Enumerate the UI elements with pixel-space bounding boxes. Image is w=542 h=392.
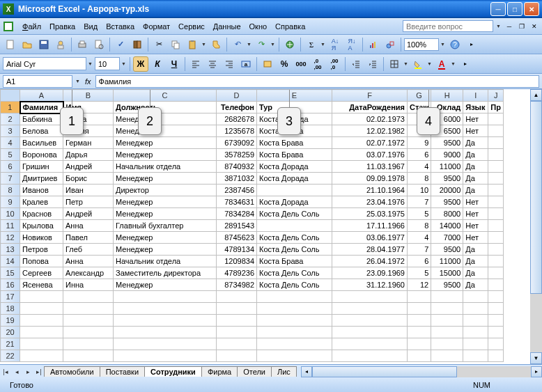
cell-E20[interactable] <box>257 327 332 338</box>
scroll-down-button[interactable]: ▼ <box>530 352 542 364</box>
cell-D5[interactable]: 3578259 <box>217 149 257 161</box>
cell-I15[interactable]: Да <box>463 267 488 279</box>
cell-C2[interactable]: Менеджер <box>114 113 217 125</box>
cell-E7[interactable]: Коста Дорада <box>257 173 332 185</box>
cell-C3[interactable]: Менеджер <box>114 125 217 137</box>
cell-J1[interactable]: Пр <box>488 102 504 113</box>
row-header-16[interactable]: 16 <box>1 279 20 291</box>
cell-E13[interactable]: Коста Дель Соль <box>257 244 332 256</box>
cell-I1[interactable]: Язык <box>463 102 488 113</box>
cell-E6[interactable]: Коста Дорада <box>257 161 332 173</box>
cell-B9[interactable]: Петр <box>63 196 114 208</box>
hyperlink-button[interactable] <box>282 37 297 52</box>
row-header-13[interactable]: 13 <box>1 244 20 256</box>
cell-I22[interactable] <box>463 350 488 362</box>
font-size-combo[interactable]: 10 <box>95 57 120 70</box>
decrease-decimal-button[interactable]: ,00,0 <box>327 56 342 72</box>
cell-D20[interactable] <box>217 327 257 338</box>
cell-I11[interactable]: Нет <box>463 220 488 232</box>
cell-G16[interactable]: 12 <box>408 279 431 291</box>
zoom-dropdown-icon[interactable]: ▼ <box>440 42 446 47</box>
row-header-11[interactable]: 11 <box>1 220 20 232</box>
row-header-18[interactable]: 18 <box>1 303 20 315</box>
cell-I17[interactable] <box>463 291 488 303</box>
cell-J2[interactable] <box>488 113 504 125</box>
cell-D21[interactable] <box>217 338 257 350</box>
cell-H10[interactable]: 8000 <box>431 208 463 220</box>
cell-A19[interactable] <box>20 315 63 327</box>
name-box-dropdown-icon[interactable]: ▼ <box>75 79 81 84</box>
help-dropdown-icon[interactable]: ▼ <box>496 24 502 29</box>
fill-color-dropdown-icon[interactable]: ▼ <box>427 61 433 66</box>
cell-J4[interactable] <box>488 137 504 149</box>
cell-J19[interactable] <box>488 315 504 327</box>
cell-I20[interactable] <box>463 327 488 338</box>
cell-B21[interactable] <box>63 338 114 350</box>
cell-F15[interactable]: 23.09.1969 <box>332 267 408 279</box>
name-box[interactable]: A1 <box>3 75 72 88</box>
cell-D10[interactable]: 7834284 <box>217 208 257 220</box>
cell-A11[interactable]: Крылова <box>20 220 63 232</box>
cell-H7[interactable]: 9500 <box>431 173 463 185</box>
tab-prev-button[interactable]: ◂ <box>11 366 22 377</box>
cell-F16[interactable]: 31.12.1960 <box>332 279 408 291</box>
cell-F10[interactable]: 25.03.1975 <box>332 208 408 220</box>
cell-G17[interactable] <box>408 291 431 303</box>
cut-button[interactable]: ✂ <box>151 37 167 52</box>
cell-I18[interactable] <box>463 303 488 315</box>
permissions-button[interactable] <box>53 37 68 52</box>
row-header-7[interactable]: 7 <box>1 173 20 185</box>
decrease-indent-button[interactable] <box>348 56 364 72</box>
cell-D11[interactable]: 2891543 <box>217 220 257 232</box>
cell-A20[interactable] <box>20 327 63 338</box>
cell-D2[interactable]: 2682678 <box>217 113 257 125</box>
cell-C19[interactable] <box>114 315 217 327</box>
cell-I12[interactable]: Нет <box>463 232 488 244</box>
cell-C4[interactable]: Менеджер <box>114 137 217 149</box>
cell-G20[interactable] <box>408 327 431 338</box>
col-header-E[interactable]: E <box>257 90 332 102</box>
cell-A2[interactable]: Бабкина <box>20 113 63 125</box>
cell-G10[interactable]: 5 <box>408 208 431 220</box>
merge-center-button[interactable]: a <box>238 56 254 72</box>
cell-E18[interactable] <box>257 303 332 315</box>
cell-H6[interactable]: 11000 <box>431 161 463 173</box>
cell-H8[interactable]: 20000 <box>431 185 463 196</box>
cell-A8[interactable]: Иванов <box>20 185 63 196</box>
doc-minimize-button[interactable]: ─ <box>504 22 514 31</box>
cell-D16[interactable]: 8734982 <box>217 279 257 291</box>
cell-J10[interactable] <box>488 208 504 220</box>
cell-I10[interactable]: Нет <box>463 208 488 220</box>
cell-B7[interactable]: Борис <box>63 173 114 185</box>
fx-icon[interactable]: fx <box>85 77 91 86</box>
cell-H13[interactable]: 9500 <box>431 244 463 256</box>
cell-E22[interactable] <box>257 350 332 362</box>
cell-A10[interactable]: Краснов <box>20 208 63 220</box>
sheet-tab-Фирма[interactable]: Фирма <box>201 366 238 377</box>
cell-H17[interactable] <box>431 291 463 303</box>
underline-button[interactable]: Ч <box>167 56 182 72</box>
maximize-button[interactable]: □ <box>507 2 522 16</box>
row-header-22[interactable]: 22 <box>1 350 20 362</box>
menu-view[interactable]: Вид <box>79 21 102 32</box>
cell-D13[interactable]: 4789134 <box>217 244 257 256</box>
cell-B16[interactable]: Инна <box>63 279 114 291</box>
open-button[interactable] <box>20 37 35 52</box>
cell-J22[interactable] <box>488 350 504 362</box>
cell-F9[interactable]: 23.04.1976 <box>332 196 408 208</box>
cell-F20[interactable] <box>332 327 408 338</box>
align-right-button[interactable] <box>222 56 237 72</box>
cell-G19[interactable] <box>408 315 431 327</box>
cell-F1[interactable]: ДатаРождения <box>332 102 408 113</box>
fmt-toolbar-options-button[interactable]: ▸ <box>458 56 473 72</box>
print-button[interactable] <box>75 37 90 52</box>
cell-I9[interactable]: Нет <box>463 196 488 208</box>
col-header-G[interactable]: G <box>408 90 431 102</box>
undo-button[interactable]: ↶ <box>230 37 245 52</box>
sheet-tab-Лис[interactable]: Лис <box>271 366 297 377</box>
cell-C11[interactable]: Главный бухгалтер <box>114 220 217 232</box>
cell-A21[interactable] <box>20 338 63 350</box>
cell-G12[interactable]: 4 <box>408 232 431 244</box>
italic-button[interactable]: К <box>150 56 165 72</box>
cell-E9[interactable]: Коста Дорада <box>257 196 332 208</box>
